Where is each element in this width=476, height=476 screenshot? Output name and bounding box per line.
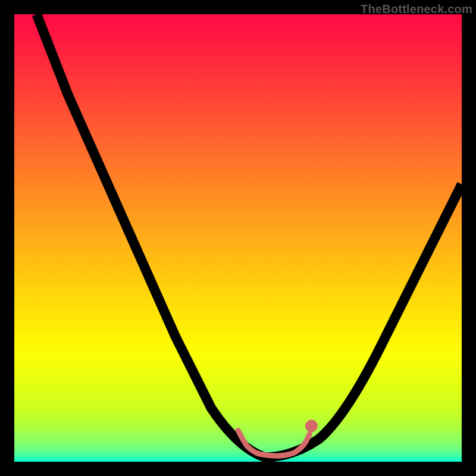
curve-layer xyxy=(14,14,462,462)
main-v-curve xyxy=(37,14,462,457)
chart-frame: { "watermark": "TheBottleneck.com", "col… xyxy=(0,0,476,476)
marker-dot xyxy=(308,422,316,430)
